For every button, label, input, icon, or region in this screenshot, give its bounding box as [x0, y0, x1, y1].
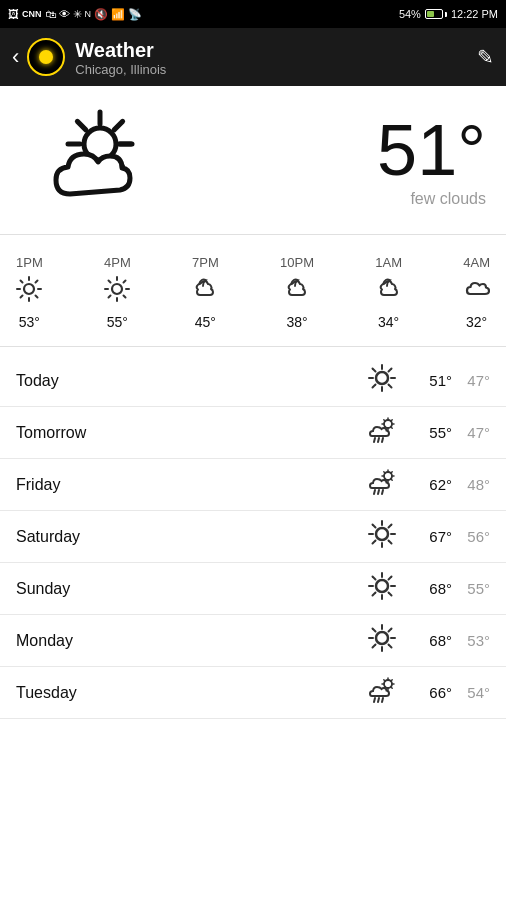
daily-low: 53° — [452, 632, 490, 649]
svg-line-74 — [373, 576, 376, 579]
svg-line-24 — [124, 296, 126, 298]
svg-line-85 — [389, 628, 392, 631]
svg-point-69 — [376, 580, 388, 592]
daily-low: 56° — [452, 528, 490, 545]
time-display: 12:22 PM — [451, 8, 498, 20]
svg-line-32 — [373, 368, 376, 371]
svg-line-46 — [378, 438, 379, 442]
temperature-area: 51° few clouds — [220, 114, 486, 208]
svg-line-94 — [391, 679, 392, 680]
signal-icon: 📡 — [128, 8, 142, 21]
svg-point-78 — [376, 632, 388, 644]
svg-line-26 — [109, 296, 111, 298]
cnn-icon: CNN — [22, 9, 42, 19]
hourly-item-4am: 4AM 32° — [463, 255, 490, 330]
hourly-time: 1AM — [375, 255, 402, 270]
hourly-temp: 32° — [466, 314, 487, 330]
image-icon: 🖼 — [8, 8, 19, 20]
status-bar-left: 🖼 CNN 🛍 👁 ✳ N 🔇 📶 📡 — [8, 8, 395, 21]
status-bar: 🖼 CNN 🛍 👁 ✳ N 🔇 📶 📡 54% 12:22 PM — [0, 0, 506, 28]
svg-line-1 — [114, 121, 122, 129]
hourly-temp: 53° — [19, 314, 40, 330]
wifi-icon: 📶 — [111, 8, 125, 21]
battery-percent: 54% — [399, 8, 421, 20]
svg-line-92 — [384, 679, 385, 680]
daily-high: 68° — [414, 632, 452, 649]
header-text-area: Weather Chicago, Illinois — [75, 38, 477, 77]
bluetooth-icon: ✳ — [73, 8, 82, 21]
daily-high: 62° — [414, 476, 452, 493]
svg-line-68 — [373, 540, 376, 543]
daily-low: 54° — [452, 684, 490, 701]
hourly-temp: 55° — [107, 314, 128, 330]
svg-line-83 — [373, 628, 376, 631]
svg-point-9 — [24, 284, 34, 294]
location-label: Chicago, Illinois — [75, 62, 477, 77]
daily-day-label: Tomorrow — [16, 424, 366, 442]
hourly-time: 7PM — [192, 255, 219, 270]
svg-line-43 — [391, 419, 392, 420]
app-logo — [27, 38, 65, 76]
daily-low: 47° — [452, 372, 490, 389]
svg-line-25 — [124, 281, 126, 283]
daily-day-label: Saturday — [16, 528, 366, 546]
daily-forecast: Today 51° 47° Tomorrow — [0, 355, 506, 719]
daily-day-label: Today — [16, 372, 366, 390]
svg-line-17 — [21, 296, 23, 298]
daily-day-label: Friday — [16, 476, 366, 494]
back-button[interactable]: ‹ — [12, 44, 19, 70]
svg-point-27 — [376, 372, 388, 384]
hourly-forecast: 1PM 53° 4PM — [0, 243, 506, 338]
hourly-time: 4AM — [463, 255, 490, 270]
svg-line-47 — [382, 438, 383, 442]
svg-line-34 — [389, 368, 392, 371]
svg-line-65 — [373, 524, 376, 527]
edit-button[interactable]: ✎ — [477, 45, 494, 69]
daily-low: 55° — [452, 580, 490, 597]
svg-line-75 — [389, 592, 392, 595]
daily-icon-sun — [366, 520, 398, 554]
svg-line-76 — [389, 576, 392, 579]
daily-high: 55° — [414, 424, 452, 441]
volume-icon: 🔇 — [94, 8, 108, 21]
svg-line-53 — [384, 471, 385, 472]
daily-icon-rain-sun — [366, 468, 398, 502]
nfc-icon: N — [85, 9, 92, 19]
daily-day-label: Monday — [16, 632, 366, 650]
svg-line-15 — [36, 296, 38, 298]
hourly-icon-moon-cloud — [284, 276, 310, 308]
daily-icon-sun — [366, 624, 398, 658]
daily-row-sunday: Sunday 68° 55° — [0, 563, 506, 615]
hourly-icon-sun — [16, 276, 42, 308]
daily-low: 48° — [452, 476, 490, 493]
daily-icon-rain-sun — [366, 676, 398, 710]
daily-high: 67° — [414, 528, 452, 545]
daily-icon-sun — [366, 364, 398, 398]
bag-icon: 🛍 — [45, 8, 56, 20]
hourly-icon-moon-cloud — [376, 276, 402, 308]
svg-line-77 — [373, 592, 376, 595]
svg-line-84 — [389, 644, 392, 647]
daily-high: 66° — [414, 684, 452, 701]
divider-1 — [0, 234, 506, 235]
svg-line-57 — [374, 490, 375, 494]
daily-high: 51° — [414, 372, 452, 389]
svg-line-93 — [391, 686, 392, 687]
daily-icon-sun — [366, 572, 398, 606]
hourly-icon-moon-cloud — [192, 276, 218, 308]
hourly-time: 1PM — [16, 255, 43, 270]
svg-line-35 — [373, 384, 376, 387]
svg-line-42 — [391, 426, 392, 427]
daily-row-friday: Friday 62° 48° — [0, 459, 506, 511]
daily-row-tuesday: Tuesday 66° 54° — [0, 667, 506, 719]
svg-line-58 — [378, 490, 379, 494]
app-header: ‹ Weather Chicago, Illinois ✎ — [0, 28, 506, 86]
svg-line-41 — [384, 419, 385, 420]
partly-cloudy-icon — [40, 106, 200, 216]
hourly-icon-sun — [104, 276, 130, 308]
daily-row-monday: Monday 68° 53° — [0, 615, 506, 667]
svg-line-98 — [382, 698, 383, 702]
svg-line-45 — [374, 438, 375, 442]
svg-line-66 — [389, 540, 392, 543]
hourly-item-10pm: 10PM 38° — [280, 255, 314, 330]
